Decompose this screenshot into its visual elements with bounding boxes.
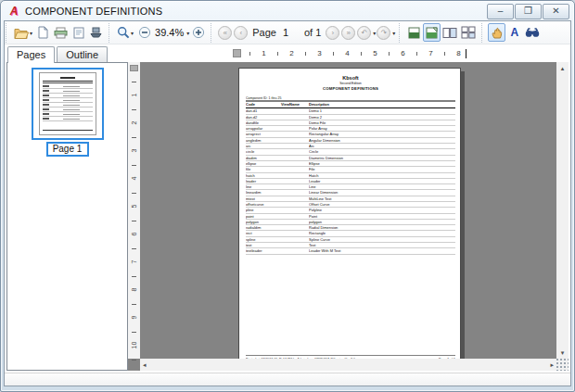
file-toolbar-group: ▾ — [6, 23, 109, 43]
zoom-toolbar-group: ▾ 39.4% ▾ — [109, 23, 211, 43]
single-page-view-icon — [407, 27, 421, 39]
ruler-number: 1 — [131, 89, 137, 101]
zoom-tool-button[interactable]: ▾ — [115, 23, 135, 42]
zoom-level-value[interactable]: 39.4% — [155, 27, 184, 38]
history-back-button[interactable]: ↶ — [357, 26, 371, 40]
chevron-down-icon: ▾ — [131, 30, 134, 36]
cell-description: Leader With M Text — [309, 248, 455, 254]
page-setup-icon — [73, 27, 84, 39]
print-button[interactable] — [52, 23, 70, 42]
table-header-cell: ViewName — [281, 101, 309, 108]
ruler-tick — [132, 304, 136, 305]
page-thumbnail[interactable] — [32, 68, 104, 140]
ruler-number: 10 — [131, 339, 137, 351]
scroll-right-icon[interactable]: ▸ — [550, 360, 554, 369]
find-button[interactable] — [523, 23, 542, 42]
view-layout-toolbar-group — [399, 23, 481, 43]
table-row: textleaderLeader With M Text — [246, 248, 455, 254]
document-meta: Component ID: 1 thru 25 — [246, 96, 455, 100]
page-number-input[interactable]: 1 — [280, 26, 300, 39]
ruler-tick — [132, 165, 136, 166]
quick-print-button[interactable] — [87, 23, 105, 42]
maximize-button[interactable]: ❐ — [515, 4, 542, 19]
previous-page-button[interactable]: ‹ — [234, 26, 248, 40]
last-page-button[interactable]: » — [341, 26, 355, 40]
ruler-number: 2 — [285, 49, 299, 57]
close-button[interactable]: ✕ — [543, 4, 569, 19]
content-area: Page 1 1234567891011 Kbsoft Second Editi… — [5, 62, 570, 373]
table-header-cell: Code — [246, 101, 281, 108]
ruler-tick — [299, 49, 313, 57]
vertical-scrollbar[interactable]: ▴ ▾ — [556, 62, 569, 359]
ruler-tick — [410, 49, 424, 57]
preview-area[interactable]: 1234567891011 Kbsoft Second Edition COMP… — [128, 62, 569, 371]
ruler-number: 6 — [131, 228, 137, 240]
app-logo-icon: A — [7, 5, 20, 18]
ruler-margin-box — [130, 370, 138, 371]
horizontal-scrollbar[interactable]: ◂ ▸ — [140, 359, 556, 371]
ruler-number: 6 — [396, 49, 410, 57]
vertical-ruler: 1234567891011 — [128, 62, 140, 359]
resize-grip[interactable] — [556, 359, 569, 371]
scroll-up-icon[interactable]: ▴ — [561, 64, 565, 72]
ruler-tick — [382, 49, 396, 57]
multi-page-view-button[interactable] — [459, 23, 478, 42]
tools-toolbar-group: A — [481, 23, 545, 43]
ruler-cursor — [466, 49, 466, 58]
scroll-down-icon[interactable]: ▾ — [561, 348, 565, 357]
document-heading: COMPONENT DEFINITIONS — [239, 86, 461, 91]
whole-page-view-button[interactable] — [405, 23, 423, 42]
app-window: A COMPONENT DEFINITIONS – ❐ ✕ ▾ — [0, 0, 575, 392]
chevron-down-icon[interactable]: ▾ — [392, 30, 395, 36]
ruler-number: 8 — [452, 49, 466, 57]
open-button[interactable]: ▾ — [12, 23, 34, 42]
binoculars-icon — [525, 28, 540, 38]
ruler-tick — [132, 332, 136, 333]
page-width-view-button[interactable] — [423, 23, 441, 42]
tab-outline[interactable]: Outline — [57, 46, 108, 62]
tab-row: Pages Outline 12345678 — [5, 44, 570, 62]
page-count-label: of 1 — [304, 27, 321, 38]
toolbar: ▾ ▾ — [5, 21, 570, 44]
page-setup-button[interactable] — [70, 23, 87, 42]
first-page-button[interactable]: « — [218, 26, 232, 40]
ruler-number: 7 — [424, 49, 438, 57]
pan-tool-button[interactable] — [488, 23, 505, 42]
ruler-tick — [132, 109, 136, 110]
document-subtitle: Second Edition — [239, 82, 461, 85]
ruler-tick — [132, 193, 136, 194]
page-nav-toolbar-group: « ‹ Page 1 of 1 › » ↶ ▾ ↷ ▾ — [211, 23, 399, 43]
fit-page-view-icon — [425, 27, 439, 39]
ruler-tick — [132, 276, 136, 277]
new-document-button[interactable] — [34, 23, 52, 42]
document-content: Kbsoft Second Edition COMPONENT DEFINITI… — [239, 69, 461, 371]
ruler-number: 7 — [131, 256, 137, 268]
zoom-in-button[interactable] — [189, 23, 207, 42]
minimize-button[interactable]: – — [487, 4, 514, 19]
thumbnail-page-preview — [39, 72, 96, 135]
font-button[interactable]: A — [505, 23, 523, 42]
cell-code: textleader — [246, 248, 281, 254]
component-table: CodeViewNameDescription dan.d1Demo 1dan.… — [246, 101, 455, 255]
title-bar: A COMPONENT DEFINITIONS – ❐ ✕ — [1, 1, 574, 19]
next-page-button[interactable]: › — [326, 26, 339, 40]
ruler-number: 5 — [131, 200, 137, 212]
ruler-tick — [132, 82, 136, 82]
history-forward-button[interactable]: ↷ — [377, 26, 390, 40]
scroll-left-icon[interactable]: ◂ — [143, 360, 147, 369]
plus-circle-icon — [192, 26, 205, 39]
ruler-number: 9 — [131, 311, 137, 323]
zoom-out-button[interactable] — [135, 23, 153, 42]
ruler-tick — [354, 49, 368, 57]
thumbnail-caption[interactable]: Page 1 — [46, 142, 89, 157]
ruler-number: 8 — [131, 284, 137, 296]
chevron-down-icon[interactable]: ▾ — [373, 30, 376, 36]
cell-viewname — [281, 248, 309, 254]
ruler-number: 1 — [257, 49, 271, 57]
ruler-tick — [326, 49, 340, 57]
ruler-number: 4 — [131, 172, 137, 184]
ruler-tick — [438, 49, 452, 57]
two-page-view-button[interactable] — [441, 23, 459, 42]
tab-pages[interactable]: Pages — [7, 46, 55, 63]
font-icon: A — [511, 27, 519, 38]
